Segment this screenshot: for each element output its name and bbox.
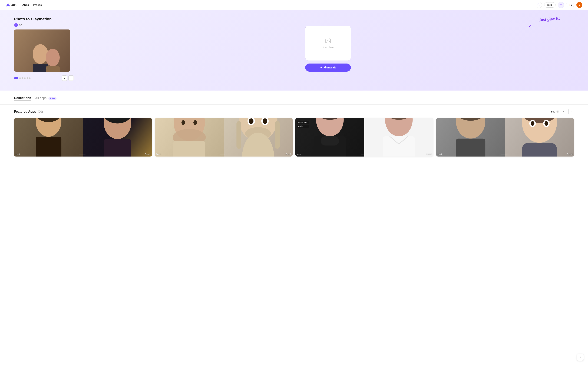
generate-icon — [320, 66, 323, 69]
hero-section: Photo to Claymation CC — [0, 10, 588, 91]
header-right: Build 1 Y — [536, 2, 582, 8]
dot-1[interactable] — [14, 77, 18, 79]
carousel-controls: ‹ › — [14, 73, 74, 81]
chat-icon-btn[interactable] — [536, 2, 542, 8]
svg-rect-43 — [237, 121, 241, 149]
svg-rect-44 — [275, 121, 280, 149]
dot-2[interactable] — [19, 77, 21, 79]
card-1-divider — [83, 118, 83, 156]
dot-4[interactable] — [24, 77, 26, 79]
wand-icon — [559, 3, 562, 7]
logo[interactable]: .art — [6, 2, 17, 7]
card-1-result-img — [83, 118, 152, 156]
generate-label: Generate — [324, 66, 336, 69]
card-1-input: Input — [14, 118, 83, 156]
tab-all-apps[interactable]: All apps 1.4k+ — [35, 96, 57, 101]
featured-prev-button[interactable]: ‹ — [561, 109, 566, 114]
all-apps-badge: 1.4k+ — [49, 97, 57, 100]
app-card-3[interactable]: Input Result — [295, 118, 433, 156]
featured-next-button[interactable]: › — [568, 109, 574, 114]
card-3-result: Result — [364, 118, 433, 156]
upload-box[interactable]: Your photo — [305, 26, 351, 61]
card-2-result: Result — [224, 118, 293, 156]
tabs-section: Collections All apps 1.4k+ — [0, 91, 588, 105]
card-3-result-img — [364, 118, 433, 156]
upload-label: Your photo — [323, 46, 333, 49]
section-title-group: Featured Apps (20) — [14, 110, 43, 113]
svg-rect-32 — [173, 141, 205, 156]
card-1-result: Result — [83, 118, 152, 156]
nav-images[interactable]: Images — [33, 3, 42, 6]
card-2-arrow: → — [220, 153, 227, 155]
lightning-badge[interactable]: 1 — [566, 3, 574, 7]
chat-icon — [537, 3, 540, 7]
svg-point-4 — [539, 5, 539, 5]
card-3-arrow: → — [361, 153, 368, 155]
section-count: (20) — [38, 110, 43, 113]
card-2-result-img — [224, 118, 293, 156]
svg-point-38 — [249, 119, 254, 124]
outfit-tag-2: white — [297, 125, 309, 128]
svg-rect-9 — [46, 66, 60, 72]
carousel-next-button[interactable]: › — [68, 76, 74, 81]
card-4-input-label: Input — [438, 153, 442, 155]
card-4-result: Result — [505, 118, 574, 156]
hero-preview-image: Input — [14, 29, 70, 72]
carousel-dots — [14, 77, 30, 79]
svg-point-64 — [531, 121, 534, 126]
section-header: Featured Apps (20) See All ‹ › — [14, 109, 574, 114]
svg-point-6 — [33, 44, 48, 64]
app-card-4[interactable]: Input — [436, 118, 574, 156]
just-play-arrow: ↙ — [529, 23, 532, 28]
app-card-1[interactable]: Input — [14, 118, 152, 156]
logo-icon — [6, 2, 11, 7]
tab-collections[interactable]: Collections — [14, 96, 31, 101]
svg-rect-57 — [456, 139, 485, 156]
build-button[interactable]: Build — [544, 2, 556, 7]
svg-rect-61 — [522, 143, 557, 156]
author-avatar — [14, 23, 18, 27]
lightning-icon — [568, 4, 570, 6]
card-3-result-label: Result — [426, 153, 432, 155]
card-2-input: Input — [155, 118, 224, 156]
card-2-input-img — [155, 118, 224, 156]
svg-point-30 — [181, 120, 185, 125]
carousel-prev-button[interactable]: ‹ — [62, 76, 67, 81]
svg-point-8 — [46, 49, 60, 66]
author-name: CC — [19, 24, 22, 27]
app-card-2[interactable]: Input — [155, 118, 293, 156]
svg-rect-49 — [321, 136, 339, 146]
dot-5[interactable] — [27, 77, 28, 79]
wand-icon-btn[interactable] — [558, 2, 564, 8]
tabs: Collections All apps 1.4k+ — [14, 96, 574, 101]
svg-point-40 — [263, 119, 267, 124]
outfit-tag-1: White shirt — [297, 121, 309, 124]
hero-title: Photo to Claymation — [14, 17, 74, 21]
svg-point-31 — [193, 120, 197, 125]
lightning-count: 1 — [571, 4, 572, 6]
card-3-outfit-tags: White shirt white — [297, 121, 309, 128]
hero-author: CC — [14, 23, 74, 27]
card-1-result-label: Result — [145, 153, 150, 155]
card-2-divider — [224, 118, 224, 156]
hero-divider — [42, 29, 42, 72]
section-right: See All ‹ › — [551, 109, 574, 114]
dot-6[interactable] — [29, 77, 30, 79]
svg-rect-19 — [36, 137, 61, 156]
card-3-divider — [364, 118, 365, 156]
upload-icon — [325, 38, 331, 44]
dot-3[interactable] — [22, 77, 23, 79]
see-all-link[interactable]: See All — [551, 110, 559, 113]
logo-text: .art — [11, 3, 17, 7]
svg-point-2 — [538, 5, 538, 5]
card-2-image: Input — [155, 118, 293, 156]
header-left: .art Apps Images — [6, 2, 42, 7]
generate-button[interactable]: Generate — [305, 63, 351, 72]
card-1-image: Input — [14, 118, 152, 156]
svg-point-16 — [327, 40, 329, 41]
hero-left: Photo to Claymation CC — [14, 17, 74, 81]
card-4-image: Input — [436, 118, 574, 156]
nav-apps[interactable]: Apps — [22, 3, 29, 6]
card-1-input-img — [14, 118, 83, 156]
user-avatar[interactable]: Y — [576, 2, 582, 8]
